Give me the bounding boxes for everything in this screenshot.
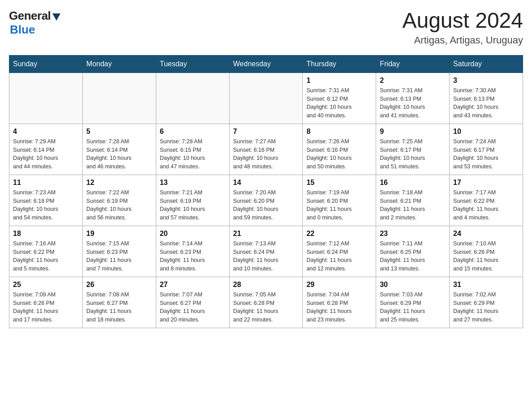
calendar-day-cell: 8Sunrise: 7:26 AM Sunset: 6:16 PM Daylig… [303,124,376,175]
calendar-day-cell: 9Sunrise: 7:25 AM Sunset: 6:17 PM Daylig… [376,124,450,175]
day-info: Sunrise: 7:11 AM Sunset: 6:25 PM Dayligh… [380,240,446,273]
day-number: 26 [86,281,152,289]
day-number: 7 [233,128,299,136]
day-number: 16 [380,179,446,187]
day-info: Sunrise: 7:08 AM Sunset: 6:27 PM Dayligh… [86,291,152,324]
day-info: Sunrise: 7:13 AM Sunset: 6:24 PM Dayligh… [233,240,299,273]
calendar-day-cell: 30Sunrise: 7:03 AM Sunset: 6:29 PM Dayli… [376,277,450,328]
day-number: 4 [13,128,79,136]
day-number: 31 [453,281,519,289]
calendar-day-cell: 17Sunrise: 7:17 AM Sunset: 6:22 PM Dayli… [450,175,523,226]
calendar-day-header: Tuesday [156,55,229,73]
logo: General Blue [9,9,61,37]
day-info: Sunrise: 7:23 AM Sunset: 6:18 PM Dayligh… [13,188,79,222]
day-number: 10 [453,128,519,136]
calendar-day-cell [82,73,156,124]
day-number: 1 [306,77,372,85]
day-number: 19 [86,230,152,238]
day-number: 15 [306,179,372,187]
day-info: Sunrise: 7:30 AM Sunset: 6:13 PM Dayligh… [453,86,519,120]
day-info: Sunrise: 7:05 AM Sunset: 6:28 PM Dayligh… [233,291,299,324]
logo-triangle-icon [51,12,61,21]
calendar-day-cell: 13Sunrise: 7:21 AM Sunset: 6:19 PM Dayli… [156,175,229,226]
day-number: 8 [306,128,372,136]
calendar-day-cell [9,73,83,124]
logo-general-text: General [9,9,51,23]
calendar-day-cell: 3Sunrise: 7:30 AM Sunset: 6:13 PM Daylig… [450,73,523,124]
month-title: August 2024 [402,9,523,33]
day-number: 21 [233,230,299,238]
day-number: 11 [13,179,79,187]
day-info: Sunrise: 7:17 AM Sunset: 6:22 PM Dayligh… [453,188,519,222]
calendar-header-row: SundayMondayTuesdayWednesdayThursdayFrid… [9,55,523,73]
title-section: August 2024 Artigas, Artigas, Uruguay [402,9,523,46]
calendar-day-cell: 27Sunrise: 7:07 AM Sunset: 6:27 PM Dayli… [156,277,229,328]
calendar-day-cell: 18Sunrise: 7:16 AM Sunset: 6:22 PM Dayli… [9,226,83,277]
calendar-day-cell: 19Sunrise: 7:15 AM Sunset: 6:23 PM Dayli… [82,226,156,277]
calendar-day-cell: 15Sunrise: 7:19 AM Sunset: 6:20 PM Dayli… [303,175,376,226]
calendar-day-cell: 29Sunrise: 7:04 AM Sunset: 6:28 PM Dayli… [303,277,376,328]
calendar-day-header: Saturday [450,55,523,73]
page-header: General Blue August 2024 Artigas, Artiga… [9,9,523,46]
calendar-week-row: 11Sunrise: 7:23 AM Sunset: 6:18 PM Dayli… [9,175,523,226]
day-number: 23 [380,230,446,238]
day-info: Sunrise: 7:15 AM Sunset: 6:23 PM Dayligh… [86,240,152,273]
day-info: Sunrise: 7:26 AM Sunset: 6:16 PM Dayligh… [306,137,372,171]
calendar-day-cell: 10Sunrise: 7:24 AM Sunset: 6:17 PM Dayli… [450,124,523,175]
day-number: 28 [233,281,299,289]
day-number: 24 [453,230,519,238]
day-number: 29 [306,281,372,289]
calendar-day-header: Friday [376,55,450,73]
calendar-week-row: 1Sunrise: 7:31 AM Sunset: 6:12 PM Daylig… [9,73,523,124]
logo-blue-text: Blue [10,23,35,36]
calendar-week-row: 18Sunrise: 7:16 AM Sunset: 6:22 PM Dayli… [9,226,523,277]
calendar-day-cell: 1Sunrise: 7:31 AM Sunset: 6:12 PM Daylig… [303,73,376,124]
calendar-day-cell: 12Sunrise: 7:22 AM Sunset: 6:19 PM Dayli… [82,175,156,226]
day-info: Sunrise: 7:28 AM Sunset: 6:15 PM Dayligh… [160,137,226,171]
calendar-day-cell: 7Sunrise: 7:27 AM Sunset: 6:16 PM Daylig… [229,124,303,175]
calendar-day-header: Thursday [303,55,376,73]
day-info: Sunrise: 7:28 AM Sunset: 6:14 PM Dayligh… [86,137,152,171]
day-number: 25 [13,281,79,289]
day-number: 14 [233,179,299,187]
calendar-day-cell: 23Sunrise: 7:11 AM Sunset: 6:25 PM Dayli… [376,226,450,277]
day-info: Sunrise: 7:22 AM Sunset: 6:19 PM Dayligh… [86,188,152,222]
day-info: Sunrise: 7:20 AM Sunset: 6:20 PM Dayligh… [233,188,299,222]
day-number: 27 [160,281,226,289]
calendar-day-cell: 6Sunrise: 7:28 AM Sunset: 6:15 PM Daylig… [156,124,229,175]
day-number: 18 [13,230,79,238]
day-info: Sunrise: 7:07 AM Sunset: 6:27 PM Dayligh… [160,291,226,324]
day-info: Sunrise: 7:31 AM Sunset: 6:12 PM Dayligh… [306,86,372,120]
calendar-day-header: Monday [82,55,156,73]
day-info: Sunrise: 7:31 AM Sunset: 6:13 PM Dayligh… [380,86,446,120]
svg-marker-0 [52,13,60,21]
calendar-day-cell: 28Sunrise: 7:05 AM Sunset: 6:28 PM Dayli… [229,277,303,328]
day-number: 22 [306,230,372,238]
day-info: Sunrise: 7:04 AM Sunset: 6:28 PM Dayligh… [306,291,372,324]
calendar-week-row: 25Sunrise: 7:09 AM Sunset: 6:26 PM Dayli… [9,277,523,328]
day-number: 13 [160,179,226,187]
calendar-day-cell: 22Sunrise: 7:12 AM Sunset: 6:24 PM Dayli… [303,226,376,277]
day-number: 20 [160,230,226,238]
day-number: 3 [453,77,519,85]
calendar-day-cell: 20Sunrise: 7:14 AM Sunset: 6:23 PM Dayli… [156,226,229,277]
day-info: Sunrise: 7:25 AM Sunset: 6:17 PM Dayligh… [380,137,446,171]
calendar-table: SundayMondayTuesdayWednesdayThursdayFrid… [9,55,523,328]
day-info: Sunrise: 7:02 AM Sunset: 6:29 PM Dayligh… [453,291,519,324]
calendar-day-cell: 4Sunrise: 7:29 AM Sunset: 6:14 PM Daylig… [9,124,83,175]
calendar-day-cell [229,73,303,124]
day-info: Sunrise: 7:10 AM Sunset: 6:26 PM Dayligh… [453,240,519,273]
location-title: Artigas, Artigas, Uruguay [402,34,523,46]
calendar-day-cell [156,73,229,124]
day-number: 2 [380,77,446,85]
day-number: 30 [380,281,446,289]
calendar-day-header: Sunday [9,55,83,73]
day-number: 6 [160,128,226,136]
day-info: Sunrise: 7:27 AM Sunset: 6:16 PM Dayligh… [233,137,299,171]
calendar-day-cell: 5Sunrise: 7:28 AM Sunset: 6:14 PM Daylig… [82,124,156,175]
calendar-day-cell: 26Sunrise: 7:08 AM Sunset: 6:27 PM Dayli… [82,277,156,328]
day-info: Sunrise: 7:03 AM Sunset: 6:29 PM Dayligh… [380,291,446,324]
calendar-day-cell: 14Sunrise: 7:20 AM Sunset: 6:20 PM Dayli… [229,175,303,226]
day-info: Sunrise: 7:12 AM Sunset: 6:24 PM Dayligh… [306,240,372,273]
day-info: Sunrise: 7:21 AM Sunset: 6:19 PM Dayligh… [160,188,226,222]
